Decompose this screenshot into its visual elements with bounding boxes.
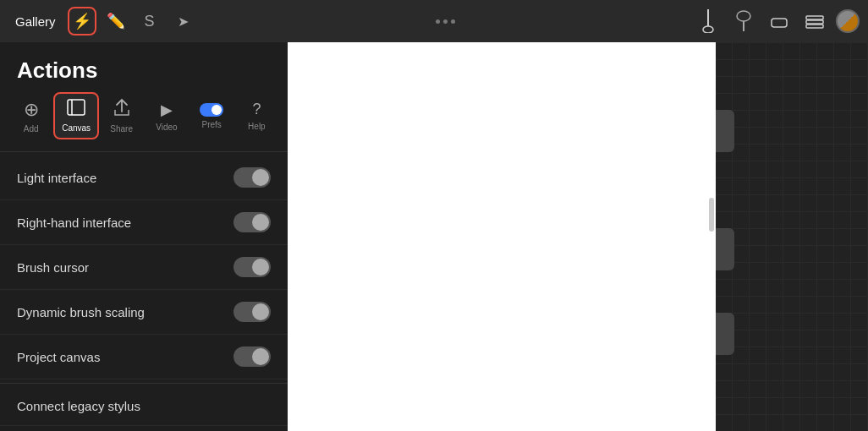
setting-row-dynamic-brush[interactable]: Dynamic brush scaling <box>0 290 288 335</box>
wrench-button[interactable]: ⚡ <box>68 7 96 35</box>
svg-point-1 <box>703 26 713 33</box>
dot2 <box>443 19 448 24</box>
canvas-white <box>288 42 716 431</box>
share-icon <box>113 98 130 121</box>
arrow-icon: ➤ <box>178 14 189 30</box>
nav-item-prefs[interactable]: Prefs <box>190 98 234 134</box>
smudge-tool-icon[interactable] <box>729 7 758 35</box>
canvas-label: Canvas <box>62 123 91 133</box>
prefs-label: Prefs <box>201 120 221 129</box>
add-icon: ⊕ <box>24 99 39 121</box>
setting-row-light-interface[interactable]: Light interface <box>0 155 288 200</box>
dot3 <box>451 19 455 24</box>
actions-sidebar: Actions ⊕ Add Canvas <box>0 42 288 431</box>
setting-row-project-canvas[interactable]: Project canvas <box>0 335 288 379</box>
help-label: Help <box>248 122 266 131</box>
share-label: Share <box>110 124 133 134</box>
divider-top <box>0 151 288 152</box>
setting-row-brush-cursor[interactable]: Brush cursor <box>0 245 288 290</box>
setting-row-right-hand[interactable]: Right-hand interface <box>0 200 288 245</box>
dot1 <box>436 19 440 24</box>
transform-icon: S <box>145 13 155 30</box>
transform-button[interactable]: S <box>135 7 164 35</box>
canvas-icon <box>67 99 85 120</box>
setting-row-pressure-smoothing[interactable]: Pressure and Smoothing <box>0 426 288 431</box>
light-interface-label: Light interface <box>17 171 96 185</box>
right-hand-toggle[interactable] <box>233 212 271 232</box>
nav-item-add[interactable]: ⊕ Add <box>8 94 53 139</box>
brush-cursor-toggle[interactable] <box>233 257 271 277</box>
video-label: Video <box>156 123 177 132</box>
svg-rect-7 <box>806 25 823 28</box>
svg-rect-5 <box>806 16 823 19</box>
brush-cursor-label: Brush cursor <box>17 260 89 275</box>
svg-rect-6 <box>806 20 823 24</box>
toolbar-left: Gallery ⚡ ✏️ S ➤ <box>8 7 198 35</box>
help-icon: ? <box>252 101 261 118</box>
video-icon: ▶ <box>161 101 173 119</box>
canvas-scrollbar[interactable] <box>709 198 714 232</box>
side-handle-mid[interactable] <box>716 228 734 270</box>
nav-item-video[interactable]: ▶ Video <box>144 95 189 137</box>
settings-list: Light interface Right-hand interface Bru… <box>0 155 288 431</box>
color-swatch[interactable] <box>836 9 860 33</box>
side-handle-top[interactable] <box>716 110 734 152</box>
side-handle-bot[interactable] <box>716 313 734 355</box>
wrench-icon: ⚡ <box>73 12 91 30</box>
dynamic-brush-toggle[interactable] <box>233 302 271 322</box>
svg-rect-4 <box>772 19 787 27</box>
svg-point-2 <box>737 11 750 21</box>
nav-item-help[interactable]: ? Help <box>234 95 279 136</box>
toolbar-center <box>436 19 455 24</box>
arrow-button[interactable]: ➤ <box>169 7 198 35</box>
canvas-area[interactable] <box>288 42 716 431</box>
eraser-tool-icon[interactable] <box>765 7 794 35</box>
divider-mid <box>0 383 288 384</box>
main-content: Actions ⊕ Add Canvas <box>0 42 868 431</box>
nav-item-canvas[interactable]: Canvas <box>53 92 99 139</box>
actions-title: Actions <box>0 42 288 92</box>
toolbar-right <box>694 7 860 35</box>
project-canvas-label: Project canvas <box>17 350 100 364</box>
modify-button[interactable]: ✏️ <box>102 7 130 35</box>
svg-rect-8 <box>68 100 85 115</box>
right-panel <box>716 42 868 431</box>
prefs-toggle-icon <box>200 103 223 117</box>
project-canvas-toggle[interactable] <box>233 346 271 367</box>
nav-icons-row: ⊕ Add Canvas Sha <box>0 92 288 148</box>
brush-tool-icon[interactable] <box>694 7 722 35</box>
gallery-button[interactable]: Gallery <box>8 11 63 32</box>
right-hand-label: Right-hand interface <box>17 216 131 230</box>
light-interface-toggle[interactable] <box>233 167 271 188</box>
top-toolbar: Gallery ⚡ ✏️ S ➤ <box>0 0 868 42</box>
add-label: Add <box>24 124 39 134</box>
dynamic-brush-label: Dynamic brush scaling <box>17 305 145 319</box>
layers-icon[interactable] <box>800 7 829 35</box>
setting-row-connect-stylus[interactable]: Connect legacy stylus <box>0 387 288 426</box>
nav-item-share[interactable]: Share <box>99 93 144 139</box>
connect-stylus-label: Connect legacy stylus <box>17 399 140 413</box>
modify-icon: ✏️ <box>107 12 125 30</box>
